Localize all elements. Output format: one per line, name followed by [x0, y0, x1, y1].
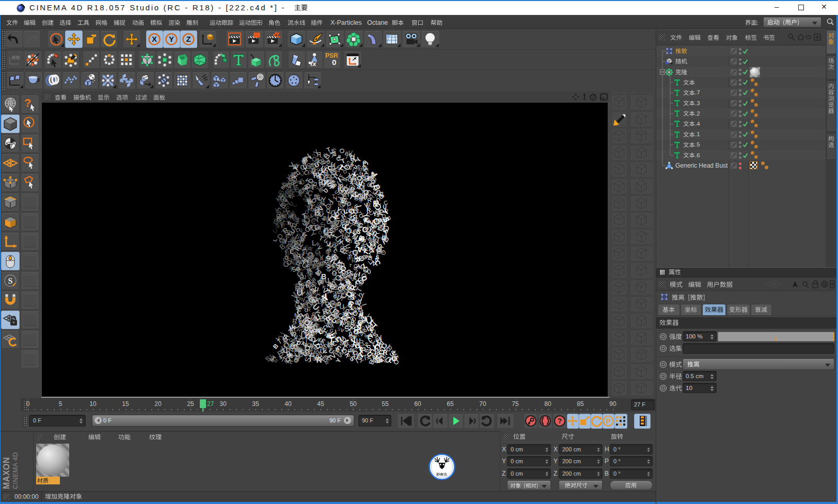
svg-text:S: S [8, 277, 13, 285]
svg-text:L: L [312, 239, 317, 247]
svg-text:R: R [367, 197, 372, 204]
svg-text:T: T [290, 265, 294, 273]
svg-text:fx: fx [310, 60, 317, 67]
svg-text:O: O [285, 355, 291, 363]
svg-text:S: S [351, 294, 355, 301]
svg-text:Y: Y [334, 357, 342, 364]
svg-text:U: U [329, 200, 334, 206]
svg-text:R: R [292, 317, 297, 325]
svg-text:X: X [152, 35, 157, 43]
svg-text:T: T [312, 207, 315, 213]
svg-text:Z: Z [186, 35, 191, 43]
svg-text:U: U [311, 314, 316, 322]
svg-text:U: U [324, 276, 330, 284]
svg-text:V: V [327, 320, 332, 329]
svg-text:R: R [276, 215, 281, 223]
svg-text:U: U [383, 204, 386, 210]
svg-text:R: R [316, 151, 321, 158]
svg-text:0: 0 [332, 58, 336, 67]
svg-text:L: L [355, 190, 359, 199]
svg-text:Y: Y [342, 187, 345, 192]
svg-text:Y: Y [374, 200, 379, 208]
svg-text:?: ? [24, 96, 31, 109]
svg-text:T: T [349, 263, 352, 269]
svg-text:Y: Y [308, 325, 313, 333]
svg-text:B: B [324, 169, 328, 177]
svg-text:S: S [375, 337, 379, 343]
svg-text:L: L [318, 193, 321, 199]
svg-text:?: ? [558, 417, 562, 425]
svg-text:V: V [357, 245, 362, 253]
svg-text:Y: Y [305, 256, 308, 262]
svg-text:Y: Y [286, 210, 291, 218]
svg-text:P: P [606, 417, 611, 425]
svg-text:O: O [284, 254, 288, 259]
svg-text:Y: Y [373, 210, 377, 218]
svg-text:C: C [300, 276, 304, 281]
svg-text:B: B [363, 192, 368, 200]
svg-text:Y: Y [169, 35, 174, 43]
svg-text:U: U [344, 243, 352, 250]
svg-text:T: T [297, 305, 300, 311]
